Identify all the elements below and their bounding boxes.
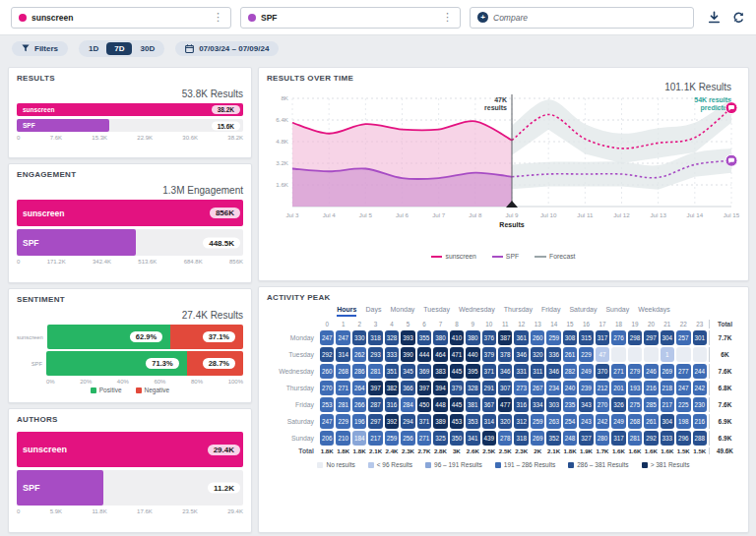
activity-tab-weekdays[interactable]: Weekdays [638,306,670,317]
heatmap-cell[interactable]: 254 [563,414,577,429]
heatmap-cell[interactable]: 270 [320,381,334,395]
keyword-box-sunscreen[interactable]: sunscreen ⋮ [11,7,231,29]
heatmap-cell[interactable]: 259 [546,330,560,345]
heatmap-cell[interactable]: 345 [401,364,414,379]
heatmap-cell[interactable] [693,347,707,362]
heatmap-cell[interactable]: 240 [563,381,577,395]
download-icon[interactable] [708,11,721,24]
heatmap-cell[interactable]: 259 [385,431,399,446]
heatmap-cell[interactable]: 281 [368,364,382,379]
heatmap-cell[interactable]: 184 [352,431,366,446]
heatmap-cell[interactable]: 316 [385,397,399,412]
kebab-menu-icon[interactable]: ⋮ [213,12,223,23]
heatmap-cell[interactable]: 320 [498,414,512,429]
heatmap-cell[interactable]: 378 [498,347,512,362]
heatmap-cell[interactable]: 380 [466,330,479,345]
heatmap-cell[interactable]: 445 [450,397,464,412]
heatmap-cell[interactable]: 371 [482,364,496,379]
bar-SPF[interactable]: SPF11.2K [17,470,243,506]
heatmap-cell[interactable]: 440 [466,347,479,362]
heatmap-cell[interactable]: 276 [611,330,625,345]
heatmap-cell[interactable]: 281 [336,397,349,412]
heatmap-cell[interactable]: 297 [368,414,382,429]
sentiment-row-SPF[interactable]: SPF71.3%28.7% [17,351,243,376]
heatmap-cell[interactable]: 394 [433,381,447,395]
heatmap-cell[interactable]: 383 [433,364,447,379]
heatmap-cell[interactable]: 285 [644,397,658,412]
heatmap-cell[interactable]: 292 [320,347,334,362]
sentiment-row-sunscreen[interactable]: sunscreen62.9%37.1% [17,325,243,349]
heatmap-cell[interactable]: 247 [676,381,690,395]
heatmap-cell[interactable]: 453 [450,414,464,429]
date-range-picker[interactable]: 07/03/24 – 07/09/24 [175,41,279,56]
heatmap-cell[interactable]: 249 [579,364,593,379]
heatmap-cell[interactable]: 410 [450,330,464,345]
heatmap-cell[interactable]: 196 [352,414,366,429]
heatmap-cell[interactable]: 382 [385,381,399,395]
heatmap-cell[interactable]: 291 [482,381,496,395]
heatmap-cell[interactable]: 242 [693,381,707,395]
heatmap-cell[interactable]: 330 [352,330,366,345]
heatmap-cell[interactable]: 343 [579,397,593,412]
heatmap-cell[interactable]: 193 [628,381,642,395]
heatmap-cell[interactable]: 256 [401,431,414,446]
heatmap-cell[interactable]: 269 [661,364,674,379]
activity-tab-saturday[interactable]: Saturday [569,306,597,317]
heatmap-cell[interactable]: 259 [531,414,544,429]
filters-button[interactable]: Filters [12,41,68,56]
heatmap-cell[interactable]: 263 [546,414,560,429]
heatmap-cell[interactable]: 325 [433,431,447,446]
heatmap-cell[interactable]: 328 [466,381,479,395]
heatmap-cell[interactable]: 293 [368,347,382,362]
activity-tab-sunday[interactable]: Sunday [605,306,629,317]
heatmap-cell[interactable]: 282 [563,364,577,379]
heatmap-cell[interactable]: 247 [320,414,334,429]
bar-SPF[interactable]: SPF448.5K [17,229,243,256]
heatmap-cell[interactable]: 271 [336,381,349,395]
heatmap-cell[interactable]: 198 [676,414,690,429]
heatmap-cell[interactable]: 229 [336,414,349,429]
heatmap-cell[interactable]: 307 [498,381,512,395]
heatmap-cell[interactable]: 247 [320,330,334,345]
heatmap-cell[interactable]: 249 [611,414,625,429]
heatmap-cell[interactable]: 346 [546,364,560,379]
heatmap-cell[interactable]: 267 [531,381,544,395]
heatmap-cell[interactable]: 242 [596,414,609,429]
heatmap-cell[interactable]: 218 [661,381,674,395]
heatmap-cell[interactable]: 315 [579,330,593,345]
heatmap-cell[interactable]: 369 [417,364,431,379]
kebab-menu-icon[interactable]: ⋮ [442,12,453,23]
heatmap-cell[interactable]: 247 [336,330,349,345]
activity-tab-days[interactable]: Days [365,306,381,317]
sentiment-negative-segment[interactable]: 28.7% [187,351,243,376]
heatmap-cell[interactable]: 387 [498,330,512,345]
heatmap-cell[interactable]: 47 [596,347,609,362]
heatmap-cell[interactable]: 333 [661,431,674,446]
heatmap-cell[interactable] [611,347,625,362]
heatmap-cell[interactable]: 395 [466,364,479,379]
heatmap-cell[interactable]: 292 [644,431,658,446]
heatmap-cell[interactable]: 352 [546,431,560,446]
heatmap-cell[interactable]: 471 [450,347,464,362]
keyword-box-spf[interactable]: SPF ⋮ [240,7,461,29]
heatmap-cell[interactable]: 286 [352,364,366,379]
heatmap-cell[interactable]: 397 [417,381,431,395]
heatmap-cell[interactable] [644,347,658,362]
heatmap-cell[interactable]: 308 [563,330,577,345]
heatmap-cell[interactable]: 444 [417,347,431,362]
sentiment-negative-segment[interactable]: 37.1% [170,325,243,349]
heatmap-cell[interactable]: 248 [563,431,577,446]
refresh-icon[interactable] [732,11,745,24]
sentiment-positive-segment[interactable]: 71.3% [46,351,187,376]
heatmap-cell[interactable]: 268 [336,364,349,379]
range-1d-button[interactable]: 1D [81,42,106,55]
compare-box[interactable]: + [470,7,694,29]
heatmap-cell[interactable]: 225 [676,397,690,412]
heatmap-cell[interactable]: 288 [693,431,707,446]
heatmap-cell[interactable]: 341 [466,431,479,446]
heatmap-cell[interactable]: 297 [644,330,658,345]
heatmap-cell[interactable]: 303 [546,397,560,412]
heatmap-cell[interactable]: 217 [368,431,382,446]
heatmap-cell[interactable]: 389 [433,414,447,429]
heatmap-cell[interactable]: 353 [466,414,479,429]
